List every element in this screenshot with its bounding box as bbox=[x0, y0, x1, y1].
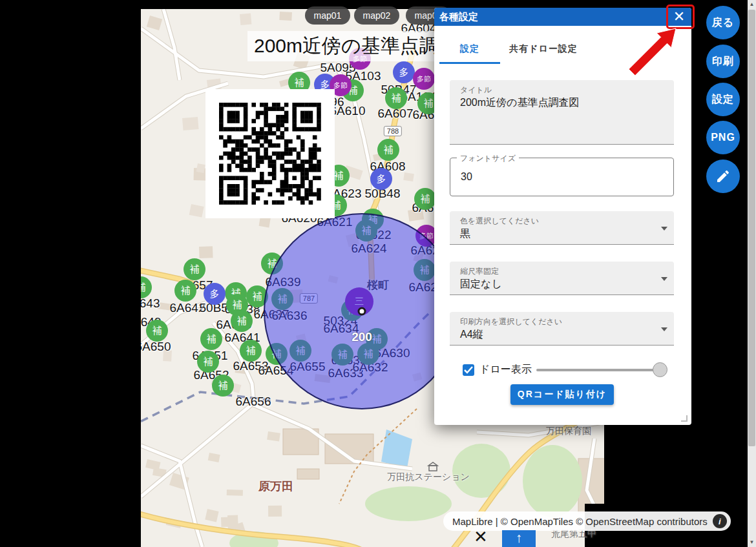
scrollbar-thumb[interactable] bbox=[748, 10, 755, 446]
radius-label: 200 bbox=[352, 330, 372, 344]
paste-qr-button[interactable]: QRコード貼り付け bbox=[510, 384, 614, 405]
settings-button[interactable]: 設定 bbox=[706, 83, 740, 116]
circle-center-point bbox=[358, 307, 366, 316]
map-marker-ta[interactable]: 多 bbox=[393, 61, 415, 83]
bottom-up-arrow-button[interactable]: ↑ bbox=[502, 530, 536, 547]
settings-dialog: 各種設定 ✕ 設定 共有ドロー設定 タイトル 200m近傍の基準点調査図 フォン… bbox=[434, 8, 691, 425]
map-marker-hosei[interactable]: 補 bbox=[231, 310, 253, 332]
slider-thumb[interactable] bbox=[653, 362, 667, 377]
map-marker-ta[interactable]: 多 bbox=[204, 283, 226, 305]
draw-pencil-button[interactable] bbox=[706, 160, 740, 193]
draw-toggle-row: ドロー表示 bbox=[463, 363, 532, 377]
orientation-select[interactable]: 印刷方向を選択してください A4縦 bbox=[450, 312, 674, 346]
map-place-label: 原万田 bbox=[258, 479, 293, 494]
tab-shared-draw[interactable]: 共有ドロー設定 bbox=[500, 36, 587, 62]
map-point-label: 6A650 bbox=[141, 340, 171, 354]
tab-map02[interactable]: map02 bbox=[354, 6, 399, 25]
tab-indicator bbox=[439, 62, 500, 64]
museum-icon bbox=[428, 462, 437, 471]
bottom-close-button[interactable]: ✕ bbox=[472, 528, 490, 546]
attribution-text[interactable]: MapLibre | © OpenMapTiles © OpenStreetMa… bbox=[452, 516, 708, 527]
map-marker-hosei[interactable]: 補 bbox=[240, 340, 262, 362]
map-marker-tasetsu[interactable]: 多節 bbox=[413, 68, 435, 90]
scrollbar-up-arrow[interactable]: ▲ bbox=[748, 0, 756, 9]
draw-toggle-label: ドロー表示 bbox=[479, 363, 532, 377]
map-marker-hosei[interactable]: 補 bbox=[212, 375, 234, 397]
scale-select-label: 縮尺率固定 bbox=[460, 266, 499, 277]
dialog-tabs: 設定 共有ドロー設定 bbox=[439, 36, 587, 62]
opacity-slider[interactable] bbox=[536, 369, 660, 371]
title-field-label: タイトル bbox=[460, 85, 492, 96]
orientation-select-label: 印刷方向を選択してください bbox=[460, 316, 562, 327]
color-select-value: 黒 bbox=[460, 227, 470, 241]
map-marker-hosei[interactable]: 補 bbox=[146, 320, 168, 342]
map-marker-hosei[interactable]: 補 bbox=[174, 280, 196, 302]
back-button[interactable]: 戻る bbox=[706, 6, 740, 39]
resize-handle[interactable] bbox=[681, 415, 688, 422]
tab-map01[interactable]: map01 bbox=[305, 6, 350, 25]
qr-code bbox=[205, 89, 335, 218]
chevron-down-icon bbox=[661, 227, 667, 231]
font-size-value: 30 bbox=[461, 171, 472, 183]
annotation-highlight-box bbox=[666, 5, 695, 29]
print-button[interactable]: 印刷 bbox=[706, 45, 740, 78]
map-marker-hosei[interactable]: 補 bbox=[200, 328, 222, 350]
map-marker-hosei[interactable]: 補 bbox=[414, 188, 436, 210]
road-shield: 788 bbox=[384, 126, 402, 136]
map-place-label: 万田抗ステーション bbox=[387, 471, 470, 483]
scrollbar-down-arrow[interactable]: ▼ bbox=[748, 538, 756, 547]
page-scrollbar[interactable]: ▲ ▼ bbox=[748, 0, 756, 547]
draw-visibility-checkbox[interactable] bbox=[463, 364, 474, 376]
map-point-label: 6A656 bbox=[236, 395, 271, 409]
app-stage: 補補補補補補補補補補補補補補補補補補補補補補補補補補補補補補補多多多多多節多節多… bbox=[0, 0, 756, 547]
map-marker-hosei[interactable]: 補 bbox=[184, 258, 205, 280]
png-button[interactable]: PNG bbox=[706, 121, 740, 154]
map-marker-ta[interactable]: 多 bbox=[370, 168, 392, 190]
scale-select[interactable]: 縮尺率固定 固定なし bbox=[450, 262, 674, 295]
map-marker-hosei[interactable]: 補 bbox=[197, 351, 219, 373]
color-select[interactable]: 色を選択してください 黒 bbox=[450, 211, 674, 245]
map-marker-hosei[interactable]: 補 bbox=[377, 139, 399, 161]
color-select-label: 色を選択してください bbox=[460, 216, 539, 227]
chevron-down-icon bbox=[661, 327, 667, 331]
font-size-label: フォントサイズ bbox=[457, 153, 519, 164]
map-point-label: 6A610 bbox=[330, 104, 366, 118]
tab-settings[interactable]: 設定 bbox=[439, 36, 500, 62]
chevron-down-icon bbox=[661, 277, 667, 281]
title-field[interactable]: タイトル 200m近傍の基準点調査図 bbox=[450, 80, 674, 145]
map-point-label: 6A643 bbox=[141, 296, 160, 311]
info-icon[interactable]: i bbox=[713, 514, 727, 528]
map-marker-hosei[interactable]: 補 bbox=[385, 87, 407, 109]
orientation-select-value: A4縦 bbox=[460, 328, 483, 342]
dialog-titlebar[interactable]: 各種設定 bbox=[434, 8, 691, 26]
scale-select-value: 固定なし bbox=[460, 278, 502, 291]
map-place-label: 万田保育園 bbox=[546, 426, 591, 437]
pencil-icon bbox=[715, 169, 731, 184]
title-field-value: 200m近傍の基準点調査図 bbox=[460, 96, 579, 110]
font-size-field[interactable]: フォントサイズ 30 bbox=[450, 158, 674, 196]
